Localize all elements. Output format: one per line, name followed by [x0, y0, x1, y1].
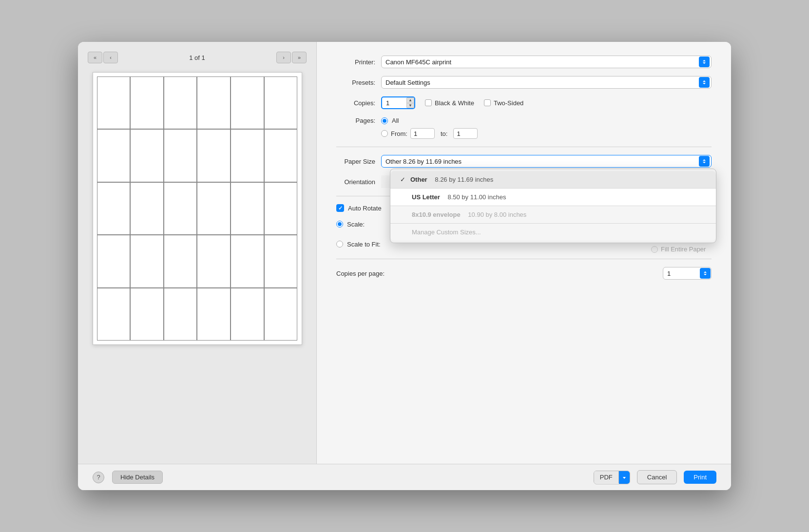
dropdown-item-manage[interactable]: Manage Custom Sizes...: [390, 224, 716, 241]
scale-radio[interactable]: [336, 221, 343, 228]
from-to-radio[interactable]: [381, 130, 388, 137]
nav-buttons-right: › »: [276, 52, 307, 63]
section-divider-3: [336, 259, 712, 259]
grid-cell: [264, 129, 298, 182]
hide-details-button[interactable]: Hide Details: [112, 471, 163, 484]
pages-row: Pages: All From: to:: [336, 117, 712, 139]
dialog-body: « ‹ 1 of 1 › »: [78, 42, 731, 464]
copies-label: Copies:: [336, 99, 375, 107]
paper-size-select[interactable]: Other 8.26 by 11.69 inches: [381, 155, 712, 168]
cancel-button[interactable]: Cancel: [637, 470, 677, 484]
two-sided-label: Two-Sided: [494, 99, 523, 107]
first-page-button[interactable]: «: [88, 52, 102, 63]
auto-rotate-checkbox[interactable]: ✓: [336, 204, 344, 212]
two-sided-checkbox-label[interactable]: Two-Sided: [484, 99, 523, 107]
section-divider: [336, 147, 712, 147]
dropdown-item-envelope[interactable]: 8x10.9 envelope 10.90 by 8.00 inches: [390, 206, 716, 224]
printer-select-wrapper: Canon MF645C airprint: [381, 56, 712, 68]
copies-input-wrapper: ▲ ▼: [381, 96, 415, 109]
presets-label: Presets:: [336, 79, 375, 86]
copies-per-page-label: Copies per page:: [336, 270, 414, 277]
scale-label: Scale:: [347, 221, 365, 228]
to-label: to:: [441, 130, 447, 137]
copies-row: Copies: ▲ ▼ Black & White Two-Sid: [336, 96, 712, 109]
grid-cell: [197, 76, 231, 129]
scale-to-fit-label: Scale to Fit:: [347, 241, 381, 248]
copies-per-page-select[interactable]: 1 2 4 6 9 16: [663, 267, 712, 280]
grid-cell: [231, 288, 264, 341]
presets-row: Presets: Default Settings: [336, 76, 712, 89]
grid-cell: [197, 129, 231, 182]
from-label: From:: [391, 130, 407, 137]
paper-size-label: Paper Size: [336, 158, 375, 165]
grid-cell: [164, 129, 197, 182]
copies-stepper: ▲ ▼: [406, 97, 414, 108]
black-white-checkbox-label[interactable]: Black & White: [425, 99, 474, 107]
all-pages-label[interactable]: All: [381, 117, 478, 124]
footer: ? Hide Details PDF Cancel Print: [78, 464, 731, 490]
from-input[interactable]: [410, 128, 435, 139]
auto-rotate-label: Auto Rotate: [348, 205, 382, 212]
right-panel: Printer: Canon MF645C airprint Presets: …: [317, 42, 731, 464]
copies-per-page-row: Copies per page: 1 2 4 6 9 16: [336, 267, 712, 280]
prev-page-button[interactable]: ‹: [103, 52, 118, 63]
grid-cell: [264, 182, 298, 235]
pages-label: Pages:: [336, 117, 375, 124]
fill-entire-paper-option: Fill Entire Paper: [651, 246, 712, 253]
grid-cell: [130, 288, 164, 341]
grid-cell: [231, 235, 264, 287]
presets-select[interactable]: Default Settings: [381, 76, 712, 89]
two-sided-checkbox[interactable]: [484, 99, 491, 106]
next-page-button[interactable]: ›: [276, 52, 291, 63]
grid-cell: [164, 76, 197, 129]
checkmark-other: ✓: [400, 176, 405, 183]
presets-select-wrapper: Default Settings: [381, 76, 712, 89]
grid-cell: [264, 288, 298, 341]
pdf-dropdown-arrow[interactable]: [619, 471, 630, 484]
footer-right: PDF Cancel Print: [594, 470, 716, 484]
nav-bar: « ‹ 1 of 1 › »: [88, 52, 307, 63]
paper-size-row: Paper Size Other 8.26 by 11.69 inches: [336, 155, 712, 168]
help-button[interactable]: ?: [93, 472, 104, 483]
grid-cell: [130, 129, 164, 182]
fill-entire-paper-radio[interactable]: [651, 246, 658, 253]
grid-cell: [130, 182, 164, 235]
grid-cell: [97, 288, 131, 341]
pdf-button[interactable]: PDF: [594, 471, 630, 484]
printer-row: Printer: Canon MF645C airprint: [336, 56, 712, 68]
grid-cell: [97, 182, 131, 235]
copies-increment-button[interactable]: ▲: [406, 97, 414, 103]
dropdown-item-other[interactable]: ✓ Other 8.26 by 11.69 inches: [390, 171, 716, 189]
grid-cell: [97, 76, 131, 129]
paper-size-select-wrapper: Other 8.26 by 11.69 inches: [381, 155, 712, 168]
last-page-button[interactable]: »: [292, 52, 307, 63]
checkbox-group: Black & White Two-Sided: [425, 99, 523, 107]
grid-cell: [231, 129, 264, 182]
black-white-label: Black & White: [435, 99, 474, 107]
copies-per-page-select-wrapper: 1 2 4 6 9 16: [663, 267, 712, 280]
grid-cell: [164, 288, 197, 341]
grid-cell: [164, 235, 197, 287]
grid-cell: [231, 76, 264, 129]
grid-cell: [197, 288, 231, 341]
copies-decrement-button[interactable]: ▼: [406, 103, 414, 108]
page-preview: [93, 72, 302, 345]
scale-to-fit-radio-wrapper: Scale to Fit:: [336, 241, 381, 248]
dropdown-item-us-letter[interactable]: US Letter 8.50 by 11.00 inches: [390, 189, 716, 206]
printer-label: Printer:: [336, 58, 375, 66]
grid-cell: [97, 129, 131, 182]
to-input[interactable]: [453, 128, 478, 139]
nav-buttons: « ‹: [88, 52, 118, 63]
grid-cell: [97, 235, 131, 287]
black-white-checkbox[interactable]: [425, 99, 432, 106]
printer-select[interactable]: Canon MF645C airprint: [381, 56, 712, 68]
all-pages-text: All: [392, 117, 399, 124]
grid-cell: [264, 76, 298, 129]
grid-cell: [264, 235, 298, 287]
print-button[interactable]: Print: [684, 471, 716, 484]
all-pages-radio[interactable]: [381, 117, 388, 124]
scale-to-fit-radio[interactable]: [336, 241, 343, 247]
page-indicator: 1 of 1: [189, 54, 205, 61]
grid-cell: [197, 182, 231, 235]
orientation-label: Orientation: [336, 178, 375, 186]
